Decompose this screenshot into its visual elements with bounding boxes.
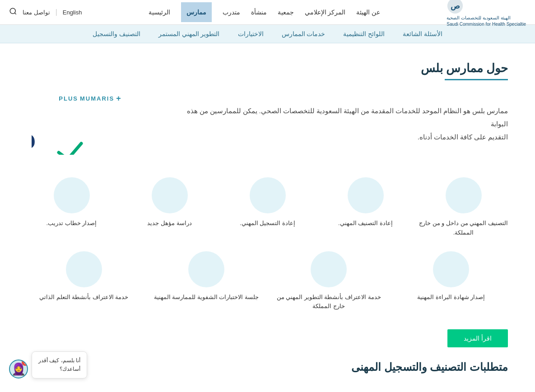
service-card-5[interactable]: إصدار خطاب تدريب. bbox=[27, 177, 116, 238]
service-circle-2 bbox=[348, 177, 384, 213]
nav-media[interactable]: المركز الإعلامي bbox=[305, 8, 346, 16]
service-label-5: إصدار خطاب تدريب. bbox=[47, 219, 97, 228]
nav-divider: | bbox=[56, 8, 57, 16]
logo-text-line2: Saudi Commission for Health Specialtie bbox=[447, 22, 526, 27]
service-card-2[interactable]: إعادة التصنيف المهني. bbox=[321, 177, 410, 238]
service-label-8: جلسة الاختبارات الشفوية للممارسة المهنية bbox=[154, 293, 259, 302]
svg-point-2 bbox=[10, 8, 15, 14]
chat-bubble: أنا بلسم، كيف أقدر أساعدك؟ bbox=[32, 351, 87, 378]
about-desc-line1: ممارس بلس هو النظام الموحد للخدمات المقد… bbox=[187, 107, 508, 128]
service-circle-7 bbox=[311, 251, 347, 287]
search-button[interactable] bbox=[9, 7, 17, 17]
top-navigation: ص الهيئة السعودية للتخصصات الصحية Saudi … bbox=[0, 0, 535, 25]
nav-association[interactable]: جمعية bbox=[278, 8, 294, 16]
sec-nav-exams[interactable]: الاختيارات bbox=[238, 30, 264, 37]
service-card-7[interactable]: خدمة الاعتراف بأنشطة التطوير المهني من خ… bbox=[272, 251, 386, 312]
service-circle-3 bbox=[250, 177, 286, 213]
bottom-section-title: متطلبات التصنيف والتسجيل المهنى bbox=[27, 361, 508, 374]
service-label-2: إعادة التصنيف المهني. bbox=[338, 219, 393, 228]
service-label-6: إصدار شهادة البراءة المهنية bbox=[417, 293, 485, 302]
service-circle-9 bbox=[66, 251, 102, 287]
about-description: ممارس بلس هو النظام الموحد للخدمات المقد… bbox=[172, 105, 508, 144]
service-label-1: التصنيف المهني من داخل و من خارج المملكة… bbox=[419, 219, 508, 238]
plus-brand-text: PLUS bbox=[59, 95, 78, 102]
services-grid-row1: التصنيف المهني من داخل و من خارج المملكة… bbox=[27, 177, 508, 238]
search-icon bbox=[9, 7, 17, 15]
nav-mumaris[interactable]: ممارس bbox=[181, 8, 212, 16]
mumaris-plus-label: + MUMARIS PLUS bbox=[59, 94, 121, 103]
svg-text:مماس: مماس bbox=[32, 111, 36, 155]
mumaris-arabic-svg: مماس bbox=[32, 105, 149, 155]
logo-svg: ص bbox=[447, 0, 464, 14]
language-switch-link[interactable]: English bbox=[63, 9, 82, 16]
service-label-3: إعادة التسجيل المهني. bbox=[240, 219, 295, 228]
mumaris-logo: + MUMARIS PLUS مماس bbox=[32, 94, 149, 155]
service-label-7: خدمة الاعتراف بأنشطة التطوير المهني من خ… bbox=[272, 293, 386, 312]
title-underline bbox=[445, 79, 508, 80]
chat-widget[interactable]: أنا بلسم، كيف أقدر أساعدك؟ 🧕 1 bbox=[9, 351, 87, 378]
sec-nav-cpd[interactable]: التطوير المهني المستمر bbox=[158, 30, 220, 37]
sec-nav-regulations[interactable]: اللوائح التنظيمية bbox=[343, 30, 385, 37]
service-circle-6 bbox=[433, 251, 469, 287]
service-label-9: خدمة الاعتراف بأنشطة التعلم الذاتي bbox=[39, 293, 128, 302]
chat-avatar[interactable]: 🧕 1 bbox=[9, 360, 28, 378]
service-circle-8 bbox=[188, 251, 224, 287]
main-content: حول ممارس بلس ممارس بلس هو النظام الموحد… bbox=[0, 43, 535, 392]
service-card-9[interactable]: خدمة الاعتراف بأنشطة التعلم الذاتي bbox=[27, 251, 140, 312]
service-label-4: دراسة مؤهل جديد bbox=[147, 219, 191, 228]
service-circle-1 bbox=[446, 177, 482, 213]
nav-about[interactable]: عن الهيئة bbox=[356, 8, 380, 16]
service-card-3[interactable]: إعادة التسجيل المهني. bbox=[223, 177, 312, 238]
mumaris-logo-area: + MUMARIS PLUS مماس bbox=[27, 94, 154, 155]
service-card-8[interactable]: جلسة الاختبارات الشفوية للممارسة المهنية bbox=[149, 251, 263, 312]
service-circle-4 bbox=[152, 177, 188, 213]
chat-bubble-line2: أساعدك؟ bbox=[60, 366, 80, 372]
service-card-4[interactable]: دراسة مؤهل جديد bbox=[125, 177, 214, 238]
main-nav-links: عن الهيئة المركز الإعلامي جمعية منشأة مت… bbox=[149, 8, 381, 16]
sec-nav-faq[interactable]: الأسئلة الشائعة bbox=[403, 30, 442, 37]
services-grid-row2: إصدار شهادة البراءة المهنية خدمة الاعترا… bbox=[27, 251, 508, 312]
service-card-6[interactable]: إصدار شهادة البراءة المهنية bbox=[395, 251, 508, 312]
service-circle-5 bbox=[54, 177, 90, 213]
chat-bubble-line1: أنا بلسم، كيف أقدر bbox=[38, 357, 80, 364]
logo-text-line1: الهيئة السعودية للتخصصات الصحية bbox=[447, 15, 510, 21]
nav-facility[interactable]: منشأة bbox=[251, 8, 267, 16]
site-logo: ص الهيئة السعودية للتخصصات الصحية Saudi … bbox=[447, 0, 526, 27]
sec-nav-classification[interactable]: التصنيف والتسجيل bbox=[93, 30, 140, 37]
plus-icon: + bbox=[116, 94, 122, 103]
chat-badge: 1 bbox=[22, 360, 28, 366]
read-more-button[interactable]: اقرأ المزيد bbox=[447, 329, 508, 347]
green-button-area: اقرأ المزيد bbox=[27, 329, 508, 347]
service-card-1[interactable]: التصنيف المهني من داخل و من خارج المملكة… bbox=[419, 177, 508, 238]
contact-us-link[interactable]: تواصل معنا bbox=[23, 9, 50, 16]
top-nav-left-area: English | تواصل معنا bbox=[9, 7, 82, 17]
about-section: ممارس بلس هو النظام الموحد للخدمات المقد… bbox=[27, 94, 508, 155]
secondary-navigation: الأسئلة الشائعة اللوائح التنظيمية خدمات … bbox=[0, 25, 535, 43]
about-section-title: حول ممارس بلس bbox=[27, 61, 508, 75]
sec-nav-services[interactable]: خدمات الممارس bbox=[282, 30, 326, 37]
mumaris-brand-text: MUMARIS bbox=[80, 95, 114, 102]
svg-text:ص: ص bbox=[451, 2, 460, 11]
nav-home[interactable]: الرئيسية bbox=[149, 8, 170, 16]
svg-line-3 bbox=[14, 13, 16, 14]
nav-trainer[interactable]: متدرب bbox=[223, 8, 240, 16]
about-desc-line2: التقديم على كافة الخدمات أدناه. bbox=[418, 134, 508, 141]
